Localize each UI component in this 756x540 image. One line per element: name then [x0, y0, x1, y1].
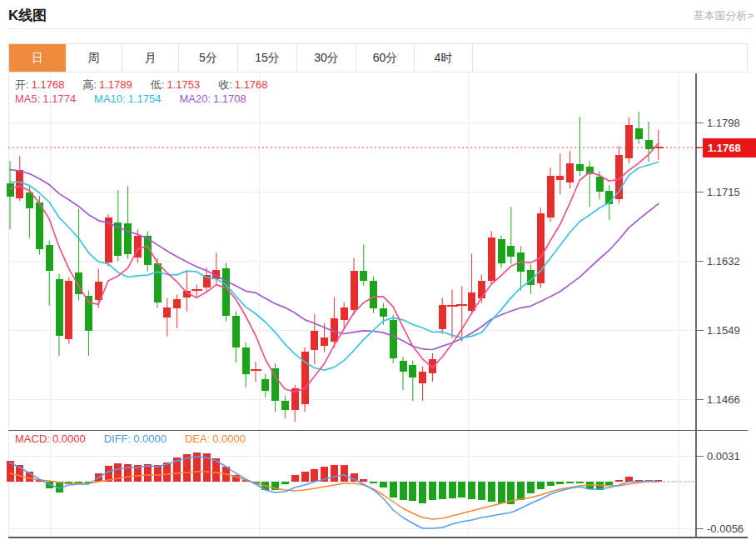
- tab-4时[interactable]: 4时: [415, 44, 473, 72]
- ma-label-2: MA20:: [179, 92, 211, 105]
- price-tick-0-label: 1.1798: [707, 117, 740, 129]
- candles-group: [7, 112, 664, 422]
- ma-legend: MA5:1.1774MA10:1.1754MA20:1.1708: [15, 92, 265, 105]
- tab-周[interactable]: 周: [66, 44, 122, 72]
- macd-value-2: 0.0000: [212, 432, 246, 445]
- tabbar-filler: [473, 44, 747, 72]
- tab-15分[interactable]: 15分: [238, 44, 297, 72]
- tab-60分[interactable]: 60分: [356, 44, 415, 72]
- price-tick-4-label: 1.1466: [707, 393, 740, 406]
- kline-chart-svg: 1.17981.17151.16321.15491.14660.0031-0.0…: [0, 73, 756, 540]
- macd-value-0: 0.0000: [52, 432, 86, 445]
- page-title: K线图: [8, 6, 47, 25]
- ma-value-1: 1.1754: [128, 92, 162, 105]
- ma-label-0: MA5:: [15, 92, 40, 105]
- macd-bars-group: [7, 452, 663, 504]
- price-tick-3-label: 1.1549: [707, 324, 740, 337]
- ohlc-value-2: 1.1753: [167, 78, 200, 91]
- ma-label-1: MA10:: [94, 92, 126, 105]
- ohlc-label-0: 开:: [15, 78, 29, 91]
- macd-tick-1-label: -0.0056: [707, 522, 744, 535]
- macd-tick-0-label: 0.0031: [707, 450, 740, 462]
- price-tick-1-label: 1.1715: [707, 186, 740, 198]
- macd-label-1: DIFF:: [104, 432, 132, 445]
- ma5-line: [10, 143, 659, 392]
- ohlc-label-3: 收:: [218, 78, 232, 91]
- ohlc-value-0: 1.1768: [32, 78, 65, 91]
- fundamental-analysis-link[interactable]: 基本面分析>: [693, 8, 754, 23]
- ohlc-label-2: 低:: [151, 78, 165, 91]
- ohlc-label-1: 高:: [82, 78, 97, 91]
- tab-日[interactable]: 日: [9, 44, 66, 72]
- ma-value-0: 1.1774: [42, 92, 76, 105]
- ohlc-value-3: 1.1768: [235, 78, 268, 91]
- macd-legend: MACD:0.0000DIFF:0.0000DEA:0.0000: [15, 432, 264, 445]
- price-tick-2-label: 1.1632: [707, 255, 740, 268]
- current-price-label: 1.1768: [708, 142, 741, 154]
- kline-page: K线图 基本面分析> 日周月5分15分30分60分4时 开:1.1768高:1.…: [0, 0, 756, 540]
- macd-value-1: 0.0000: [133, 432, 167, 445]
- tab-5分[interactable]: 5分: [179, 44, 238, 72]
- ma-value-2: 1.1708: [213, 92, 246, 105]
- title-divider: [7, 28, 751, 29]
- macd-label-2: DEA:: [185, 432, 210, 445]
- ohlc-value-1: 1.1789: [99, 78, 132, 91]
- ohlc-legend: 开:1.1768高:1.1789低:1.1753收:1.1768: [15, 78, 286, 92]
- tab-月[interactable]: 月: [122, 44, 179, 72]
- macd-label-0: MACD:: [15, 432, 50, 445]
- tab-30分[interactable]: 30分: [297, 44, 356, 72]
- timeframe-tabbar: 日周月5分15分30分60分4时: [8, 43, 748, 72]
